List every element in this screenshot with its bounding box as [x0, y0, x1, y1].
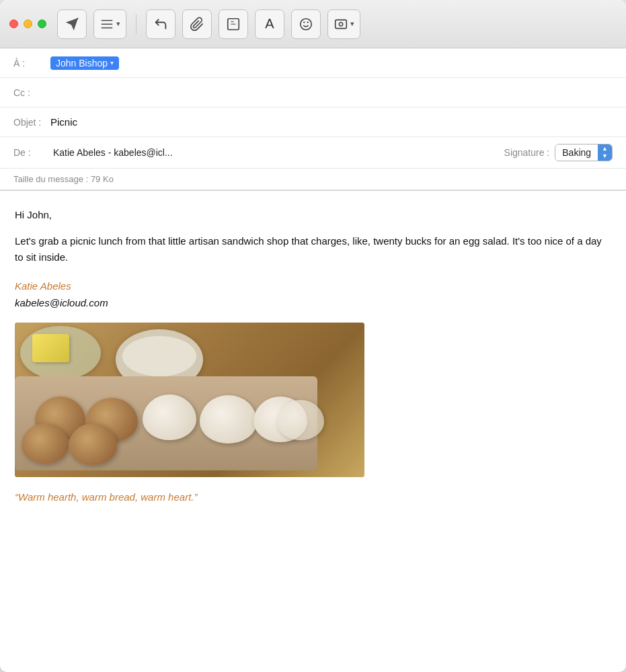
svg-point-12 — [339, 22, 343, 26]
egg-2 — [200, 395, 257, 444]
cc-label: Cc : — [13, 87, 50, 98]
maximize-button[interactable] — [38, 19, 46, 28]
recipient-name: John Bishop — [56, 58, 108, 69]
photo-chevron: ▾ — [350, 19, 354, 28]
butter-bowl — [20, 326, 101, 380]
email-body: Hi John, Let's grab a picnic lunch from … — [0, 191, 626, 526]
subject-row: Objet : Picnic — [0, 108, 626, 137]
recipient-chevron: ▾ — [110, 59, 114, 67]
signature-area: Signature : Baking ▲ ▼ — [504, 144, 613, 161]
list-options-button[interactable]: ▾ — [93, 9, 126, 39]
attach-button[interactable] — [182, 9, 212, 39]
close-button[interactable] — [9, 19, 18, 28]
sig-up-arrow[interactable]: ▲ — [602, 145, 608, 153]
photo-button[interactable]: ▾ — [327, 9, 360, 39]
traffic-lights — [9, 19, 46, 28]
egg-1 — [143, 394, 196, 440]
egg-8 — [277, 400, 324, 440]
signature-value: Baking — [555, 144, 598, 161]
size-row: Taille du message : 79 Ko — [0, 169, 626, 190]
quote-text: “Warm hearth, warm bread, warm heart.” — [15, 489, 611, 505]
reply-button[interactable] — [146, 9, 175, 39]
from-row: De : Katie Abeles - kabeles@icl... Signa… — [0, 137, 626, 169]
sig-down-arrow[interactable]: ▼ — [602, 153, 608, 160]
separator — [136, 14, 136, 34]
subject-label: Objet : — [13, 117, 50, 128]
font-icon: A — [265, 16, 274, 32]
from-label: De : — [13, 147, 50, 158]
egg-6 — [22, 423, 69, 464]
to-label: À : — [13, 58, 50, 69]
svg-rect-11 — [336, 19, 347, 28]
body-paragraph: Let's grab a picnic lunch from that litt… — [15, 233, 611, 265]
toolbar: ▾ A — [0, 0, 626, 48]
to-row: À : John Bishop ▾ — [0, 48, 626, 78]
recipient-token-john[interactable]: John Bishop ▾ — [50, 56, 119, 70]
minimize-button[interactable] — [24, 19, 32, 28]
from-value: Katie Abeles - kabeles@icl... — [53, 147, 173, 158]
subject-value[interactable]: Picnic — [50, 116, 613, 128]
egg-scene — [15, 323, 364, 477]
greeting: Hi John, — [15, 207, 611, 222]
signature-name: Katie Abeles — [15, 278, 611, 294]
send-button[interactable] — [57, 9, 87, 39]
egg-7 — [69, 423, 117, 465]
to-field[interactable]: John Bishop ▾ — [50, 56, 613, 70]
annotate-button[interactable] — [219, 9, 248, 39]
svg-marker-1 — [66, 17, 78, 30]
from-left: De : Katie Abeles - kabeles@icl... — [13, 147, 491, 158]
emoji-button[interactable] — [291, 9, 321, 39]
font-button[interactable]: A — [255, 9, 284, 39]
signature-label: Signature : — [504, 147, 550, 158]
mail-compose-window: ▾ A — [0, 0, 626, 672]
signature-select-wrapper: Baking ▲ ▼ — [555, 144, 613, 161]
svg-point-8 — [301, 18, 312, 30]
cc-row: Cc : — [0, 78, 626, 108]
signature-stepper[interactable]: ▲ ▼ — [598, 144, 612, 161]
butter-block — [32, 334, 69, 362]
list-chevron: ▾ — [116, 19, 120, 28]
email-image — [15, 323, 364, 477]
size-label: Taille du message : 79 Ko — [13, 174, 114, 184]
cc-input[interactable] — [50, 87, 613, 98]
signature-email: kabeles@icloud.com — [15, 295, 611, 310]
email-header: À : John Bishop ▾ Cc : Objet : Picnic De… — [0, 48, 626, 191]
